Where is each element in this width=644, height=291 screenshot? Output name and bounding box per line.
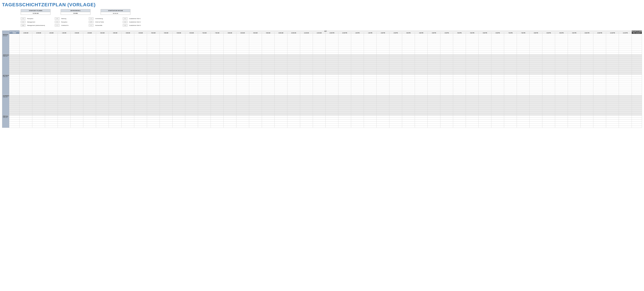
time-slot-cell[interactable] xyxy=(326,89,338,91)
time-slot-cell[interactable] xyxy=(198,56,211,58)
employee-name-cell[interactable] xyxy=(9,48,20,50)
time-slot-cell[interactable] xyxy=(249,120,262,122)
time-slot-cell[interactable] xyxy=(70,87,83,89)
time-slot-cell[interactable] xyxy=(453,67,466,69)
time-slot-cell[interactable] xyxy=(300,97,313,99)
time-slot-cell[interactable] xyxy=(198,93,211,95)
time-slot-cell[interactable] xyxy=(415,120,428,122)
time-slot-cell[interactable] xyxy=(287,126,300,128)
time-slot-cell[interactable] xyxy=(147,101,160,103)
time-slot-cell[interactable] xyxy=(428,48,440,50)
time-slot-cell[interactable] xyxy=(504,114,517,116)
employee-name-cell[interactable] xyxy=(9,106,20,108)
time-slot-cell[interactable] xyxy=(555,108,568,110)
time-slot-cell[interactable] xyxy=(466,62,478,64)
time-slot-cell[interactable] xyxy=(300,50,313,52)
time-slot-cell[interactable] xyxy=(185,120,198,122)
time-slot-cell[interactable] xyxy=(351,67,364,69)
time-slot-cell[interactable] xyxy=(274,85,287,87)
time-slot-cell[interactable] xyxy=(376,83,389,85)
time-slot-cell[interactable] xyxy=(326,114,338,116)
time-slot-cell[interactable] xyxy=(109,52,122,54)
time-slot-cell[interactable] xyxy=(300,89,313,91)
time-slot-cell[interactable] xyxy=(160,62,172,64)
time-slot-cell[interactable] xyxy=(58,120,70,122)
time-slot-cell[interactable] xyxy=(326,112,338,114)
time-slot-cell[interactable] xyxy=(606,110,619,112)
time-slot-cell[interactable] xyxy=(96,73,109,75)
time-slot-cell[interactable] xyxy=(568,71,580,73)
time-slot-cell[interactable] xyxy=(555,95,568,97)
time-slot-cell[interactable] xyxy=(555,46,568,48)
time-slot-cell[interactable] xyxy=(236,97,249,99)
time-slot-cell[interactable] xyxy=(45,36,58,38)
time-slot-cell[interactable] xyxy=(606,48,619,50)
time-slot-cell[interactable] xyxy=(122,62,134,64)
employee-name-cell[interactable] xyxy=(9,116,20,118)
time-slot-cell[interactable] xyxy=(568,112,580,114)
time-slot-cell[interactable] xyxy=(274,81,287,83)
time-slot-cell[interactable] xyxy=(122,56,134,58)
time-slot-cell[interactable] xyxy=(606,118,619,120)
time-slot-cell[interactable] xyxy=(504,79,517,81)
time-slot-cell[interactable] xyxy=(313,81,326,83)
time-slot-cell[interactable] xyxy=(32,108,45,110)
time-slot-cell[interactable] xyxy=(134,54,147,56)
time-slot-cell[interactable] xyxy=(415,99,428,101)
time-slot-cell[interactable] xyxy=(122,97,134,99)
time-slot-cell[interactable] xyxy=(326,46,338,48)
time-slot-cell[interactable] xyxy=(402,73,415,75)
time-slot-cell[interactable] xyxy=(504,93,517,95)
time-slot-cell[interactable] xyxy=(338,36,351,38)
time-slot-cell[interactable] xyxy=(466,56,478,58)
time-slot-cell[interactable] xyxy=(224,54,236,56)
time-slot-cell[interactable] xyxy=(172,46,185,48)
time-slot-cell[interactable] xyxy=(402,58,415,60)
time-slot-cell[interactable] xyxy=(466,93,478,95)
time-slot-cell[interactable] xyxy=(351,116,364,118)
time-slot-cell[interactable] xyxy=(478,110,491,112)
time-slot-cell[interactable] xyxy=(326,40,338,42)
time-slot-cell[interactable] xyxy=(364,36,376,38)
time-slot-cell[interactable] xyxy=(555,118,568,120)
time-slot-cell[interactable] xyxy=(351,52,364,54)
time-slot-cell[interactable] xyxy=(478,101,491,103)
time-slot-cell[interactable] xyxy=(45,34,58,36)
time-slot-cell[interactable] xyxy=(249,122,262,124)
time-slot-cell[interactable] xyxy=(428,36,440,38)
time-slot-cell[interactable] xyxy=(402,103,415,106)
time-slot-cell[interactable] xyxy=(568,36,580,38)
time-slot-cell[interactable] xyxy=(376,89,389,91)
time-slot-cell[interactable] xyxy=(198,91,211,93)
time-slot-cell[interactable] xyxy=(45,64,58,67)
employee-name-cell[interactable] xyxy=(9,124,20,126)
time-slot-cell[interactable] xyxy=(530,93,542,95)
time-slot-cell[interactable] xyxy=(568,81,580,83)
time-slot-cell[interactable] xyxy=(555,52,568,54)
time-slot-cell[interactable] xyxy=(593,87,606,89)
time-slot-cell[interactable] xyxy=(300,71,313,73)
time-slot-cell[interactable] xyxy=(415,48,428,50)
time-slot-cell[interactable] xyxy=(491,50,504,52)
time-slot-cell[interactable] xyxy=(211,97,224,99)
time-slot-cell[interactable] xyxy=(530,38,542,40)
time-slot-cell[interactable] xyxy=(32,110,45,112)
time-slot-cell[interactable] xyxy=(440,93,453,95)
time-slot-cell[interactable] xyxy=(376,60,389,62)
time-slot-cell[interactable] xyxy=(172,52,185,54)
time-slot-cell[interactable] xyxy=(274,106,287,108)
time-slot-cell[interactable] xyxy=(45,114,58,116)
time-slot-cell[interactable] xyxy=(236,108,249,110)
time-slot-cell[interactable] xyxy=(453,42,466,44)
time-slot-cell[interactable] xyxy=(172,124,185,126)
time-slot-cell[interactable] xyxy=(568,73,580,75)
time-slot-cell[interactable] xyxy=(326,73,338,75)
time-slot-cell[interactable] xyxy=(147,106,160,108)
time-slot-cell[interactable] xyxy=(364,71,376,73)
time-slot-cell[interactable] xyxy=(83,34,96,36)
time-slot-cell[interactable] xyxy=(389,126,402,128)
time-slot-cell[interactable] xyxy=(287,91,300,93)
time-slot-cell[interactable] xyxy=(440,71,453,73)
time-slot-cell[interactable] xyxy=(402,95,415,97)
time-slot-cell[interactable] xyxy=(287,95,300,97)
